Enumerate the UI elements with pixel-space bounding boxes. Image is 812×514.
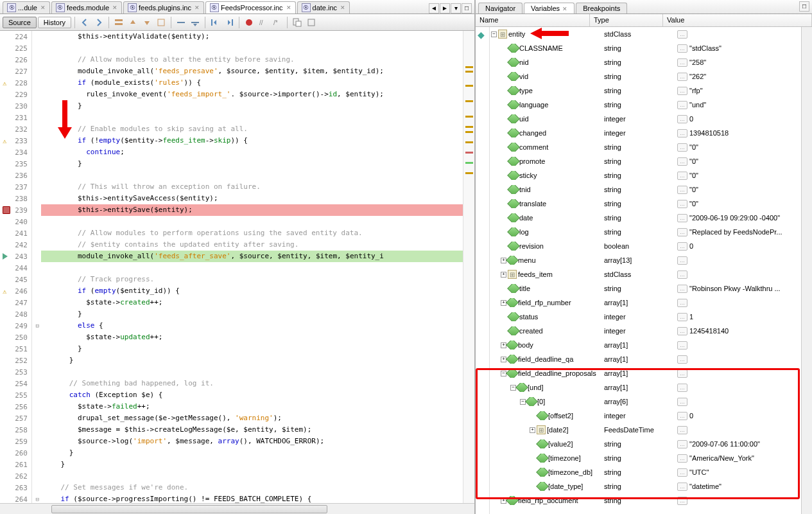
- more-icon[interactable]: [677, 369, 687, 378]
- variable-row[interactable]: commentstring"0": [490, 140, 801, 154]
- variable-row[interactable]: createdinteger1245418140: [490, 324, 801, 338]
- highlight-button[interactable]: [155, 16, 168, 29]
- code-editor[interactable]: 2242252262272282292302312322332342352362…: [0, 31, 474, 503]
- goto-button[interactable]: [291, 16, 304, 29]
- variable-row[interactable]: [timezone]string"America/New_York": [490, 451, 801, 465]
- maximize-panel-button[interactable]: □: [799, 1, 809, 12]
- code-line[interactable]: $state->failed++;: [41, 401, 463, 412]
- editor-tab[interactable]: ⦿date.inc✕: [297, 1, 350, 13]
- vertical-scrollbar[interactable]: [801, 27, 812, 514]
- variable-row[interactable]: vidstring"262": [490, 69, 801, 84]
- variable-row[interactable]: titlestring"Robinson Pkwy -Walkthru ...: [490, 281, 801, 296]
- expander-icon[interactable]: +: [530, 427, 535, 433]
- code-line[interactable]: else {: [41, 320, 463, 332]
- more-icon[interactable]: [677, 44, 687, 53]
- code-line[interactable]: [41, 216, 463, 227]
- find-next-button[interactable]: [141, 16, 153, 29]
- line-number[interactable]: 237: [0, 181, 31, 193]
- line-number[interactable]: 245: [0, 274, 31, 285]
- expander-icon[interactable]: −: [491, 31, 497, 37]
- scroll-left-button[interactable]: ◄: [429, 3, 439, 13]
- comment-button[interactable]: //: [257, 16, 270, 29]
- code-line[interactable]: // Track progress.: [41, 274, 463, 285]
- shift-left-button[interactable]: [209, 16, 221, 29]
- line-number[interactable]: 235: [0, 158, 31, 170]
- close-tab-icon[interactable]: ✕: [40, 4, 46, 11]
- line-number[interactable]: 256: [0, 401, 31, 412]
- code-line[interactable]: module_invoke_all('feeds_after_save', $s…: [41, 251, 463, 262]
- variable-row[interactable]: [timezone_db]string"UTC": [490, 465, 801, 479]
- more-icon[interactable]: [677, 454, 687, 463]
- line-number[interactable]: 243: [0, 251, 31, 262]
- code-line[interactable]: $source->log('import', $message, array()…: [41, 436, 463, 447]
- source-toggle[interactable]: Source: [3, 17, 37, 28]
- debug-tab-navigator[interactable]: Navigator: [478, 3, 523, 13]
- line-number[interactable]: 251: [0, 343, 31, 355]
- col-type[interactable]: Type: [590, 14, 663, 26]
- line-number[interactable]: 226: [0, 54, 31, 66]
- line-number[interactable]: 242: [0, 239, 31, 251]
- code-line[interactable]: }: [41, 447, 463, 459]
- code-line[interactable]: // This will throw an exception on failu…: [41, 181, 463, 193]
- more-icon[interactable]: [677, 172, 687, 180]
- code-line[interactable]: }: [41, 308, 463, 320]
- horizontal-scrollbar[interactable]: [0, 503, 474, 514]
- variable-row[interactable]: + field_rfp_documentstring: [490, 493, 801, 508]
- variable-row[interactable]: + menuarray[13]: [490, 253, 801, 267]
- more-icon[interactable]: [677, 129, 687, 137]
- more-icon[interactable]: [677, 285, 687, 293]
- variable-row[interactable]: + feeds_itemstdClass: [490, 267, 801, 281]
- line-number[interactable]: 257: [0, 412, 31, 424]
- code-line[interactable]: }: [41, 343, 463, 355]
- code-line[interactable]: $this->entitySave($entity);: [41, 204, 463, 216]
- line-number[interactable]: 227: [0, 66, 31, 77]
- nav-back-button[interactable]: [78, 16, 91, 29]
- editor-tab[interactable]: ⦿feeds.plugins.inc✕: [123, 1, 204, 13]
- line-number[interactable]: 254: [0, 378, 31, 389]
- more-icon[interactable]: [677, 468, 687, 477]
- variables-tree[interactable]: − entitystdClass CLASSNAMEstring"stdClas…: [476, 27, 801, 514]
- code-area[interactable]: $this->entityValidate($entity); // Allow…: [32, 31, 463, 503]
- find-selection-button[interactable]: [112, 16, 125, 29]
- code-line[interactable]: [41, 262, 463, 274]
- more-icon[interactable]: [677, 73, 687, 81]
- more-icon[interactable]: [677, 355, 687, 364]
- scroll-right-button[interactable]: ►: [440, 3, 450, 13]
- more-icon[interactable]: [677, 143, 687, 152]
- tab-list-button[interactable]: ▾: [451, 3, 461, 13]
- code-line[interactable]: $this->entitySaveAccess($entity);: [41, 193, 463, 204]
- maximize-button[interactable]: □: [462, 3, 472, 13]
- more-icon[interactable]: [677, 200, 687, 208]
- code-line[interactable]: module_invoke_all('feeds_presave', $sour…: [41, 66, 463, 77]
- line-number[interactable]: 252: [0, 355, 31, 366]
- more-icon[interactable]: [677, 398, 687, 406]
- variable-row[interactable]: statusinteger1: [490, 310, 801, 324]
- variable-row[interactable]: datestring"2009-06-19 09:29:00 -0400": [490, 211, 801, 225]
- more-icon[interactable]: [677, 87, 687, 95]
- variable-row[interactable]: − [0]array[6]: [490, 394, 801, 409]
- line-number[interactable]: 225: [0, 42, 31, 54]
- more-icon[interactable]: [677, 101, 687, 109]
- more-icon[interactable]: [677, 256, 687, 265]
- code-line[interactable]: $state->created++;: [41, 297, 463, 308]
- variable-row[interactable]: [offset2]integer0: [490, 409, 801, 423]
- more-icon[interactable]: [677, 341, 687, 350]
- variable-row[interactable]: stickystring"0": [490, 168, 801, 182]
- code-line[interactable]: [41, 170, 463, 181]
- variable-row[interactable]: tnidstring"0": [490, 182, 801, 197]
- more-icon[interactable]: [677, 228, 687, 236]
- variable-row[interactable]: logstring"Replaced by FeedsNodePr...: [490, 225, 801, 239]
- line-number[interactable]: 258: [0, 424, 31, 436]
- variable-row[interactable]: languagestring"und": [490, 98, 801, 112]
- col-name[interactable]: Name: [476, 14, 590, 26]
- variable-row[interactable]: CLASSNAMEstring"stdClass": [490, 41, 801, 55]
- line-number[interactable]: 234: [0, 146, 31, 158]
- code-line[interactable]: }: [41, 158, 463, 170]
- code-line[interactable]: // Something bad happened, log it.: [41, 378, 463, 389]
- code-line[interactable]: drupal_set_message($e->getMessage(), 'wa…: [41, 412, 463, 424]
- more-icon[interactable]: [677, 440, 687, 448]
- more-icon[interactable]: [677, 483, 687, 491]
- code-line[interactable]: [41, 470, 463, 482]
- code-line[interactable]: catch (Exception $e) {: [41, 389, 463, 401]
- variable-row[interactable]: − field_deadline_proposalsarray[1]: [490, 366, 801, 380]
